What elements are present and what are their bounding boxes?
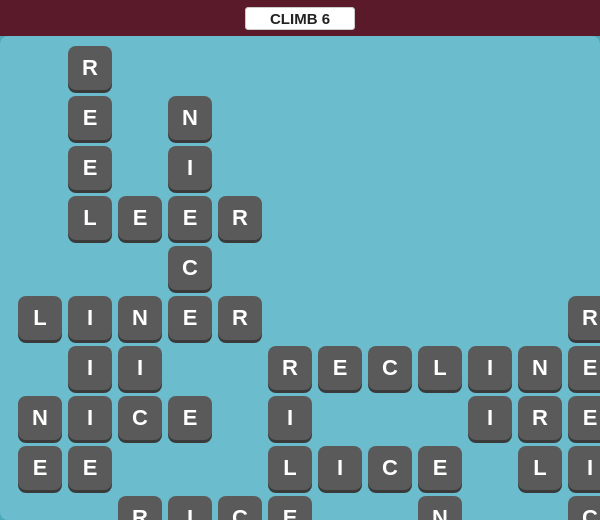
tile-c[interactable]: C xyxy=(568,496,600,520)
tile-e[interactable]: E xyxy=(318,346,362,390)
tile-c[interactable]: C xyxy=(218,496,262,520)
tile-n[interactable]: N xyxy=(518,346,562,390)
tile-i[interactable]: I xyxy=(568,446,600,490)
app-container: CLIMB 6 REENILEERCLINERRIIRECLINENICEIIR… xyxy=(0,0,600,520)
tile-e[interactable]: E xyxy=(268,496,312,520)
tile-e[interactable]: E xyxy=(568,346,600,390)
tile-r[interactable]: R xyxy=(568,296,600,340)
tile-n[interactable]: N xyxy=(118,296,162,340)
tile-l[interactable]: L xyxy=(18,296,62,340)
tile-i[interactable]: I xyxy=(468,346,512,390)
tile-n[interactable]: N xyxy=(18,396,62,440)
header-bar: CLIMB 6 xyxy=(0,0,600,36)
tile-e[interactable]: E xyxy=(68,146,112,190)
tile-c[interactable]: C xyxy=(168,246,212,290)
tile-e[interactable]: E xyxy=(68,446,112,490)
tile-i[interactable]: I xyxy=(68,296,112,340)
tile-r[interactable]: R xyxy=(68,46,112,90)
tile-r[interactable]: R xyxy=(218,196,262,240)
tile-e[interactable]: E xyxy=(568,396,600,440)
tile-r[interactable]: R xyxy=(518,396,562,440)
tile-l[interactable]: L xyxy=(418,346,462,390)
tile-l[interactable]: L xyxy=(68,196,112,240)
tile-e[interactable]: E xyxy=(18,446,62,490)
tile-e[interactable]: E xyxy=(168,296,212,340)
game-title: CLIMB 6 xyxy=(245,7,355,30)
tile-l[interactable]: L xyxy=(518,446,562,490)
tile-r[interactable]: R xyxy=(218,296,262,340)
tile-i[interactable]: I xyxy=(168,496,212,520)
tile-i[interactable]: I xyxy=(268,396,312,440)
tile-e[interactable]: E xyxy=(68,96,112,140)
tile-c[interactable]: C xyxy=(368,346,412,390)
tile-e[interactable]: E xyxy=(168,396,212,440)
tile-r[interactable]: R xyxy=(268,346,312,390)
tile-i[interactable]: I xyxy=(168,146,212,190)
tile-i[interactable]: I xyxy=(118,346,162,390)
tile-i[interactable]: I xyxy=(68,346,112,390)
tile-i[interactable]: I xyxy=(468,396,512,440)
tile-e[interactable]: E xyxy=(118,196,162,240)
tile-c[interactable]: C xyxy=(368,446,412,490)
tile-n[interactable]: N xyxy=(418,496,462,520)
tile-e[interactable]: E xyxy=(168,196,212,240)
tile-i[interactable]: I xyxy=(68,396,112,440)
tile-e[interactable]: E xyxy=(418,446,462,490)
tile-i[interactable]: I xyxy=(318,446,362,490)
tile-r[interactable]: R xyxy=(118,496,162,520)
tile-n[interactable]: N xyxy=(168,96,212,140)
tile-l[interactable]: L xyxy=(268,446,312,490)
game-board: REENILEERCLINERRIIRECLINENICEIIREEELICEL… xyxy=(0,36,600,520)
tile-c[interactable]: C xyxy=(118,396,162,440)
